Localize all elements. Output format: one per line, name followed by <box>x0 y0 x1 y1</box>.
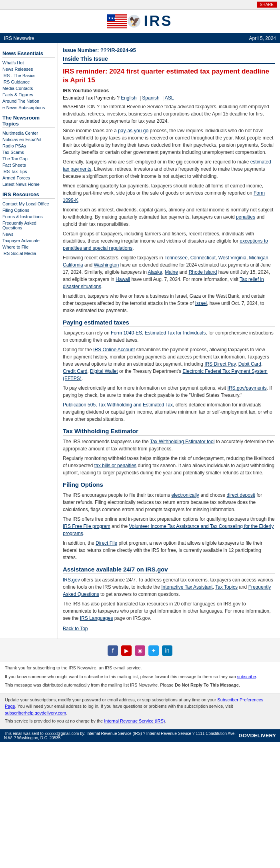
update-msg: Update your subscriptions, modify your p… <box>5 697 275 717</box>
para-3: Generally, taxpayers who are self-employ… <box>63 158 275 180</box>
credit-card-link[interactable]: Credit Card <box>63 368 87 374</box>
tax-topics-link[interactable]: Tax Topics <box>215 584 238 590</box>
svg-rect-6 <box>107 25 127 26</box>
sidebar-item-radio[interactable]: Radio PSAs <box>2 143 55 149</box>
newswire-label: IRS Newswire <box>4 36 34 41</box>
sidebar-item-whats-hot[interactable]: What's Hot <box>2 60 55 66</box>
instagram-icon[interactable]: ◉ <box>135 645 145 656</box>
filing-para-2: The IRS offers free online and in-person… <box>63 516 275 537</box>
main-layout: News Essentials What's Hot News Releases… <box>0 43 280 639</box>
sidebar-item-local-office[interactable]: Contact My Local Office <box>2 201 55 207</box>
michigan-link[interactable]: Michigan <box>249 255 268 261</box>
filing-para-1: The IRS encourages people to file their … <box>63 492 275 513</box>
sidebar-item-facts-figures[interactable]: Facts & Figures <box>2 92 55 98</box>
alaska-link[interactable]: Alaska <box>148 269 162 275</box>
westvirginia-link[interactable]: West Virginia <box>218 255 246 261</box>
sidebar-item-faq[interactable]: Frequently Asked Questions <box>2 220 55 231</box>
sidebar-item-tax-gap[interactable]: The Tax Gap <box>2 155 55 162</box>
sidebar-item-news-releases[interactable]: News Releases <box>2 66 55 72</box>
footer-auto-msg: This message was distributed automatical… <box>5 682 275 689</box>
svg-text:🦅: 🦅 <box>129 16 140 27</box>
tax-relief-link[interactable]: Tax relief in disaster situations <box>63 277 264 289</box>
para-7: Following recent disasters, eligible tax… <box>63 254 275 290</box>
sidebar-item-noticias[interactable]: Noticias en Espa?ol <box>2 136 55 143</box>
maine-link[interactable]: Maine <box>165 269 178 275</box>
direct-pay-link[interactable]: IRS Direct Pay <box>204 361 236 367</box>
pay-as-you-go-link[interactable]: pay-as-you go <box>118 128 148 133</box>
asl-link[interactable]: ASL <box>165 95 174 101</box>
irs-text: IRS <box>144 13 172 30</box>
california-link[interactable]: California <box>63 262 83 268</box>
electronically-link[interactable]: electronically <box>171 492 199 498</box>
sidebar-item-armed-forces[interactable]: Armed Forces <box>2 175 55 181</box>
digital-wallet-link[interactable]: Digital Wallet <box>90 368 118 374</box>
irs-logo: 🦅 IRS <box>127 13 172 30</box>
email-info: This email was sent to xxxxxx@gmail.com … <box>4 731 239 740</box>
irsgov-payments-link[interactable]: IRS.gov/payments <box>228 385 267 391</box>
sidebar-item-enews[interactable]: e-News Subscriptions <box>2 104 55 111</box>
estimated-payments-link[interactable]: estimated tax payments <box>63 159 271 172</box>
spanish-link[interactable]: Spanish <box>142 95 159 101</box>
debit-card-link[interactable]: Debit Card <box>238 361 261 367</box>
sidebar-item-latest-news[interactable]: Latest News Home <box>2 181 55 187</box>
sidebar-item-fact-sheets[interactable]: Fact Sheets <box>2 162 55 168</box>
social-bar: f ▶ ◉ ✦ in <box>0 639 280 662</box>
sidebar-item-news[interactable]: News <box>2 231 55 237</box>
subscribe-link[interactable]: subscribe <box>237 674 256 679</box>
irs-link[interactable]: Internal Revenue Service (IRS) <box>104 719 165 723</box>
para-2: Since income taxes are a pay-as-you go p… <box>63 127 275 156</box>
connecticut-link[interactable]: Connecticut <box>190 255 216 261</box>
form-1040es-link[interactable]: Form 1040-ES, Estimated Tax for Individu… <box>111 330 206 336</box>
sidebar-item-tax-scams[interactable]: Tax Scams <box>2 149 55 155</box>
irs-online-account-link[interactable]: IRS Online Account <box>93 347 135 352</box>
tax-bills-link[interactable]: tax bills or penalties <box>94 463 136 468</box>
penalties-link[interactable]: penalties <box>236 214 255 220</box>
svg-rect-5 <box>107 23 127 24</box>
form-1099k-link[interactable]: Form 1099-K <box>63 190 265 203</box>
footer-thank-you: Thank you for subscribing to the IRS New… <box>5 665 275 671</box>
para-8: In addition, taxpayers who live or have … <box>63 293 275 314</box>
free-file-link[interactable]: IRS Free File program <box>63 524 110 529</box>
sidebar-item-tax-tips[interactable]: IRS Tax Tips <box>2 168 55 175</box>
sidebar-item-irs-guidance[interactable]: IRS Guidance <box>2 79 55 85</box>
rhodeisland-link[interactable]: Rhode Island <box>189 269 217 275</box>
sidebar-item-irs-basics[interactable]: IRS - The Basics <box>2 72 55 79</box>
resources-title: IRS Resources <box>2 191 55 199</box>
flag-icon: ★★★ <box>107 14 127 28</box>
estimated-tax-label: Estimated Tax Payments ? <box>63 95 120 101</box>
irsgov-link[interactable]: IRS.gov <box>63 577 80 583</box>
facebook-icon[interactable]: f <box>108 645 118 656</box>
pub505-link[interactable]: Publication 505, Tax Withholding and Est… <box>63 402 173 408</box>
paying-para-1: Taxpayers can rely on Form 1040-ES, Esti… <box>63 329 275 344</box>
subscriberhelp-link[interactable]: subscriberhelp.govdelivery.com <box>5 711 66 715</box>
direct-file-link[interactable]: Direct File <box>96 540 117 546</box>
exceptions-link[interactable]: exceptions to penalties and special regu… <box>63 238 268 251</box>
footer-forward: If you know someone who might want to su… <box>5 673 275 680</box>
hawaii-link[interactable]: Hawaii <box>116 277 130 282</box>
israel-link[interactable]: Israel <box>195 301 207 306</box>
twitter-icon[interactable]: ✦ <box>148 645 159 656</box>
languages-link[interactable]: IRS Languages <box>80 615 113 621</box>
share-button[interactable]: SHARE <box>257 2 277 8</box>
direct-deposit-link[interactable]: direct deposit <box>227 492 255 498</box>
youtube-label: IRS YouTube Videos <box>63 88 275 94</box>
linkedin-icon[interactable]: in <box>162 645 172 656</box>
sidebar-item-media-contacts[interactable]: Media Contacts <box>2 85 55 92</box>
subscriber-prefs-link[interactable]: Subscriber Preferences Page <box>5 697 263 709</box>
tennessee-link[interactable]: Tennessee <box>164 255 188 261</box>
social-icons: f ▶ ◉ ✦ in <box>4 645 276 656</box>
sidebar-item-where-to-file[interactable]: Where to File <box>2 244 55 250</box>
sidebar-item-around-nation[interactable]: Around The Nation <box>2 98 55 104</box>
back-to-top-link[interactable]: Back to Top <box>63 626 88 631</box>
youtube-icon[interactable]: ▶ <box>121 645 132 656</box>
ita-link[interactable]: Interactive Tax Assistant <box>161 584 213 590</box>
assistance-para-2: The IRS has also posted translated tax r… <box>63 600 275 622</box>
sidebar-item-taxpayer-advocate[interactable]: Taxpayer Advocate <box>2 237 55 244</box>
sidebar-item-social-media[interactable]: IRS Social Media <box>2 250 55 257</box>
washington-link[interactable]: Washington <box>94 262 119 268</box>
withholding-estimator-link[interactable]: Tax Withholding Estimator tool <box>150 439 214 444</box>
sidebar-item-filing-options[interactable]: Filing Options <box>2 207 55 213</box>
sidebar-item-forms[interactable]: Forms & Instructions <box>2 213 55 220</box>
sidebar-item-multimedia[interactable]: Multimedia Center <box>2 130 55 136</box>
english-link[interactable]: English <box>121 95 136 101</box>
